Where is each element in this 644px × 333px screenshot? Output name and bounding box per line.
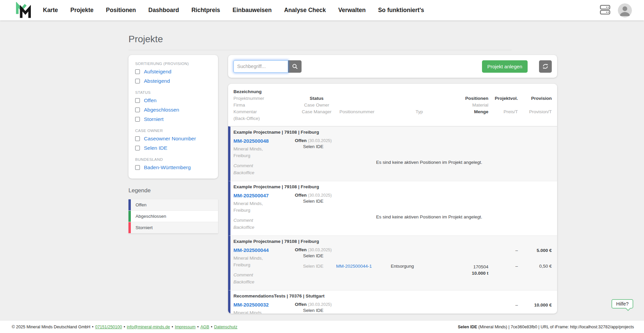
legend-item-abgeschlossen: Abgeschlossen (128, 211, 218, 222)
project-comment: Comment (233, 271, 293, 278)
col-projektvol: Projektvol. (491, 95, 518, 102)
footer-email-link[interactable]: info@mineral-minds.de (127, 325, 170, 329)
refresh-icon (542, 63, 548, 69)
project-number-link[interactable]: MM-202500044 (233, 247, 269, 253)
filter-option-offen[interactable]: Offen (135, 96, 211, 105)
filter-option-aufsteigend[interactable]: Aufsteigend (135, 67, 211, 76)
legend-color-offen (128, 199, 131, 210)
no-positions-message: Es sind keine aktiven Positionen im Proj… (293, 149, 552, 165)
position-provision: 0,50 € (521, 264, 552, 276)
project-provision: 10.000 € (521, 302, 552, 313)
filter-option-absteigend[interactable]: Absteigend (135, 76, 211, 86)
checkbox[interactable] (135, 117, 140, 122)
project-city: Freiburg (233, 152, 293, 159)
logo-icon (15, 2, 32, 19)
footer-session-info: Selen IDE (Mineral Minds) | 7ce360e83fb0… (458, 325, 634, 329)
filter-option-abgeschlossen[interactable]: Abgeschlossen (135, 105, 211, 115)
checkbox[interactable] (135, 98, 140, 103)
filter-section-bundesland: BUNDESLAND (135, 157, 211, 161)
search-button[interactable] (288, 60, 302, 73)
col-bezeichnung: Bezeichnung (233, 88, 294, 95)
legend-color-storniert (128, 222, 131, 233)
project-city: Freiburg (233, 207, 293, 214)
project-number-link[interactable]: MM-202500032 (233, 302, 269, 308)
filter-option-baden-wuerttemberg[interactable]: Baden-Württemberg (135, 163, 211, 171)
legend: Offen Abgeschlossen Storniert (128, 199, 218, 234)
case-owner: Selen IDE (293, 308, 333, 313)
project-company: Mineral Minds, (233, 255, 293, 262)
case-owner: Selen IDE (293, 144, 333, 149)
footer-impressum-link[interactable]: Impressum (175, 325, 196, 329)
filter-option-caseowner-nonumber[interactable]: Caseowner Nonumber (135, 134, 211, 143)
legend-color-abgeschlossen (128, 211, 131, 222)
status-label: Offen (295, 138, 307, 143)
footer-phone-link[interactable]: 07151/250100 (95, 325, 122, 329)
checkbox[interactable] (135, 136, 140, 141)
project-preis: – (491, 247, 518, 258)
footer-datenschutz-link[interactable]: Datenschutz (214, 325, 237, 329)
col-backoffice: (Back-Office) (233, 115, 294, 122)
table-header: Bezeichnung Projektnummer Status Positio… (228, 84, 557, 126)
project-number-link[interactable]: MM-202500047 (233, 193, 269, 198)
nav-item-richtpreis[interactable]: Richtpreis (192, 7, 220, 14)
checkbox[interactable] (135, 165, 140, 170)
project-company: Mineral Minds, (233, 310, 293, 314)
search-icon (292, 64, 298, 69)
footer-session-user: Selen IDE (458, 325, 477, 329)
checkbox[interactable] (135, 146, 140, 150)
nav-item-karte[interactable]: Karte (43, 7, 58, 14)
project-title: RecommendationsTests | 70376 | Stuttgart (230, 290, 557, 301)
projects-table: Bezeichnung Projektnummer Status Positio… (228, 84, 557, 314)
position-number-link[interactable]: MM-202500044-1 (336, 264, 388, 276)
user-avatar-icon[interactable] (618, 3, 632, 17)
project-comment: Comment (233, 162, 293, 169)
project-number-link[interactable]: MM-202500048 (233, 138, 269, 144)
status-label: Offen (295, 193, 307, 198)
search-input[interactable] (233, 60, 288, 73)
project-title: Example Projectname | 79108 | Freiburg (230, 181, 557, 191)
position-preis: – (491, 264, 518, 276)
filter-option-selen-ide[interactable]: Selen IDE (135, 143, 211, 153)
refresh-button[interactable] (539, 60, 552, 73)
nav-item-verwalten[interactable]: Verwalten (338, 7, 366, 14)
col-preis-t: Preis/T (491, 109, 518, 115)
project-backoffice: Backoffice (233, 278, 293, 285)
nav-item-analyse-check[interactable]: Analyse Check (284, 7, 326, 14)
col-case-manager: Case Manager (297, 109, 337, 115)
footer: © 2025 Mineral Minds Deutschland GmbH • … (0, 320, 644, 333)
position-row: Selen IDE MM-202500044-1 Entsorgung 1705… (293, 264, 552, 276)
project-backoffice: Backoffice (233, 224, 293, 231)
nav-item-projekte[interactable]: Projekte (70, 7, 94, 14)
server-icon[interactable] (600, 4, 610, 17)
status-date: (30.03.2025) (308, 193, 332, 198)
nav-item-positionen[interactable]: Positionen (106, 7, 136, 14)
col-kommentar: Kommentar (233, 109, 294, 115)
nav-item-einbauweisen[interactable]: Einbauweisen (232, 7, 272, 14)
help-button[interactable]: Hilfe? (611, 299, 633, 309)
checkbox[interactable] (135, 69, 140, 74)
table-row: RecommendationsTests | 70376 | Stuttgart… (228, 290, 557, 314)
col-provision-t: Provision/T (521, 109, 552, 115)
table-row: Example Projectname | 79108 | Freiburg M… (228, 181, 557, 236)
nav-item-so-funktionierts[interactable]: So funktioniert's (378, 7, 424, 14)
col-status: Status (297, 95, 337, 102)
legend-item-offen: Offen (128, 199, 218, 211)
project-comment: Comment (233, 217, 293, 224)
status-date: (30.03.2025) (308, 138, 332, 143)
help-bubble-tail (626, 306, 631, 311)
project-title: Example Projectname | 79108 | Freiburg (230, 127, 557, 137)
checkbox[interactable] (135, 79, 140, 83)
mineral-minds-logo[interactable] (15, 2, 32, 19)
status-date: (30.03.2025) (308, 248, 332, 252)
create-project-button[interactable]: Projekt anlegen (482, 60, 528, 73)
footer-agb-link[interactable]: AGB (200, 325, 209, 329)
nav-item-dashboard[interactable]: Dashboard (148, 7, 179, 14)
legend-title: Legende (128, 187, 218, 194)
nav-menu: Karte Projekte Positionen Dashboard Rich… (43, 7, 424, 14)
title-divider (128, 50, 512, 50)
checkbox[interactable] (135, 108, 140, 112)
top-navigation: Karte Projekte Positionen Dashboard Rich… (0, 0, 644, 20)
table-row: Example Projectname | 79108 | Freiburg M… (228, 126, 557, 181)
project-provision: 5.000 € (521, 247, 552, 258)
filter-option-storniert[interactable]: Storniert (135, 115, 211, 124)
